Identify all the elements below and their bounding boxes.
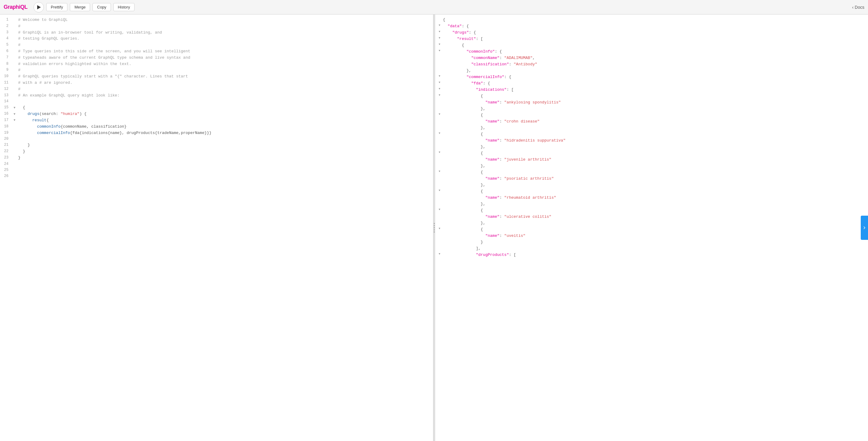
editor-line: 2# <box>0 23 433 30</box>
fold-arrow <box>12 36 17 42</box>
response-text: "commonInfo": { <box>443 49 502 55</box>
merge-button[interactable]: Merge <box>70 3 90 11</box>
fold-indicator[interactable]: ▼ <box>439 112 443 116</box>
line-content: # typeaheads aware of the current GraphQ… <box>17 55 190 61</box>
fold-arrow <box>12 30 17 36</box>
line-number: 15 <box>0 105 12 111</box>
fold-arrow <box>12 161 17 167</box>
line-content: # <box>17 67 21 74</box>
toolbar: GraphiQL Prettify Merge Copy History ‹ D… <box>0 0 868 14</box>
fold-indicator[interactable]: ▼ <box>439 227 443 231</box>
line-content: drugs(search: "humira") { <box>17 111 87 117</box>
fold-indicator[interactable]: ▼ <box>439 207 443 212</box>
response-text: ], <box>443 245 481 252</box>
fold-arrow <box>12 61 17 67</box>
fold-arrow <box>12 148 17 155</box>
editor-line: 20 <box>0 136 433 142</box>
fold-indicator[interactable]: ▼ <box>439 42 443 47</box>
line-number: 16 <box>0 111 12 117</box>
line-number: 12 <box>0 86 12 93</box>
editor-line: 9# <box>0 67 433 74</box>
response-line: { <box>439 17 865 23</box>
fold-arrow <box>12 42 17 49</box>
line-number: 6 <box>0 49 12 55</box>
editor-line: 5# <box>0 42 433 49</box>
line-content: # Welcome to GraphiQL <box>17 17 68 23</box>
editor-line: 4# testing GraphQL queries. <box>0 36 433 42</box>
history-button[interactable]: History <box>113 3 134 11</box>
panel-divider[interactable] <box>433 14 435 441</box>
response-text: "name": "crohn disease" <box>443 119 540 125</box>
response-line: ▼ "drugs": { <box>439 30 865 36</box>
line-number: 22 <box>0 148 12 155</box>
run-button[interactable] <box>34 2 44 12</box>
fold-indicator[interactable]: ▼ <box>439 93 443 97</box>
line-number: 7 <box>0 55 12 61</box>
line-content: # validation errors highlighted within t… <box>17 61 131 67</box>
response-line: "name": "juvenile arthritis" <box>439 157 865 163</box>
docs-sidebar-tab[interactable] <box>861 216 868 240</box>
docs-button[interactable]: ‹ Docs <box>852 5 864 10</box>
response-text: { <box>443 188 483 195</box>
line-content: } <box>17 148 25 155</box>
fold-arrow <box>12 80 17 86</box>
fold-indicator[interactable]: ▼ <box>439 87 443 91</box>
line-content: # Type queries into this side of the scr… <box>17 49 190 55</box>
fold-indicator[interactable]: ▼ <box>439 49 443 53</box>
fold-indicator[interactable]: ▼ <box>439 188 443 193</box>
fold-arrow[interactable]: ▼ <box>12 117 17 124</box>
line-number: 25 <box>0 167 12 173</box>
response-line: }, <box>439 220 865 227</box>
response-text: "commonName": "ADALIMUMAB", <box>443 55 535 61</box>
fold-indicator[interactable]: ▼ <box>439 131 443 136</box>
response-text: "classification": "Antibody" <box>443 61 537 68</box>
fold-arrow <box>12 55 17 61</box>
fold-indicator[interactable]: ▼ <box>439 169 443 174</box>
query-editor[interactable]: 1# Welcome to GraphiQL2#3# GraphiQL is a… <box>0 14 433 441</box>
fold-indicator[interactable]: ▼ <box>439 30 443 34</box>
response-line: ▼ "commonInfo": { <box>439 49 865 55</box>
fold-indicator[interactable]: ▼ <box>439 252 443 256</box>
fold-arrow <box>12 93 17 99</box>
response-line: }, <box>439 106 865 112</box>
editor-line: 15▼ { <box>0 105 433 111</box>
prettify-button[interactable]: Prettify <box>46 3 67 11</box>
editor-line: 21 } <box>0 142 433 148</box>
line-content: # with a # are ignored. <box>17 80 72 86</box>
line-content: # testing GraphQL queries. <box>17 36 80 42</box>
line-content: commonInfo{commonName, classification} <box>17 124 127 130</box>
response-text: }, <box>443 125 485 131</box>
response-line: }, <box>439 182 865 188</box>
line-number: 19 <box>0 130 12 137</box>
fold-arrow <box>12 136 17 142</box>
response-text: "result": [ <box>443 36 483 42</box>
fold-indicator[interactable]: ▼ <box>439 23 443 28</box>
fold-indicator[interactable]: ▼ <box>439 150 443 154</box>
fold-indicator[interactable]: ▼ <box>439 81 443 85</box>
response-text: }, <box>443 201 485 207</box>
editor-line: 17▼ result{ <box>0 117 433 124</box>
response-text: "name": "ulcerative colitis" <box>443 214 552 220</box>
response-line: ▼ { <box>439 150 865 157</box>
line-number: 13 <box>0 93 12 99</box>
line-number: 9 <box>0 67 12 74</box>
response-text: "name": "rheumatoid arthritis" <box>443 195 556 201</box>
line-content: # GraphiQL is an in-browser tool for wri… <box>17 30 162 36</box>
response-viewer[interactable]: {▼ "data": {▼ "drugs": {▼ "result": [▼ {… <box>435 14 868 441</box>
line-content <box>17 136 18 142</box>
fold-indicator[interactable]: ▼ <box>439 36 443 40</box>
fold-indicator[interactable]: ▼ <box>439 74 443 78</box>
fold-arrow[interactable]: ▼ <box>12 105 17 111</box>
response-text: "name": "psoriatic arthritis" <box>443 176 554 182</box>
fold-arrow <box>12 155 17 161</box>
response-text: { <box>443 93 483 99</box>
fold-arrow[interactable]: ▼ <box>12 111 17 117</box>
editor-line: 24 <box>0 161 433 167</box>
editor-line: 7# typeaheads aware of the current Graph… <box>0 55 433 61</box>
response-line: ▼ "result": [ <box>439 36 865 42</box>
chevron-right-icon <box>863 226 866 229</box>
copy-button[interactable]: Copy <box>92 3 111 11</box>
response-line: ▼ { <box>439 112 865 119</box>
response-line: } <box>439 239 865 245</box>
editor-line: 18 commonInfo{commonName, classification… <box>0 124 433 130</box>
